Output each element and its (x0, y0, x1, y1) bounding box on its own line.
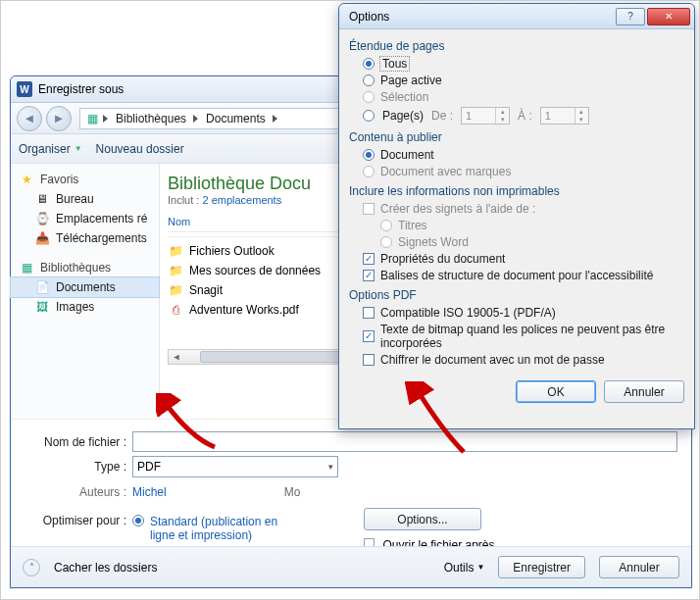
chevron-right-icon (272, 115, 279, 123)
group-nonprinting: Inclure les informations non imprimables (349, 184, 684, 198)
group-pdf-options: Options PDF (349, 288, 684, 302)
save-title: Enregistrer sous (38, 82, 124, 96)
options-title: Options (349, 10, 389, 24)
organize-label: Organiser (19, 142, 71, 156)
options-button[interactable]: Options... (364, 508, 481, 530)
filename-label: Nom de fichier : (25, 435, 132, 449)
hide-folders-link[interactable]: Cacher les dossiers (54, 561, 157, 575)
radio-icon (380, 220, 392, 231)
new-folder-button[interactable]: Nouveau dossier (96, 142, 184, 156)
sidebar-item-downloads[interactable]: 📥 Téléchargements (11, 228, 159, 248)
images-icon: 🖼 (34, 299, 50, 315)
filename-input[interactable] (132, 431, 677, 452)
check-properties[interactable]: Propriétés du document (363, 252, 684, 266)
sidebar-item-images[interactable]: 🖼 Images (11, 297, 159, 317)
check-structure-tags[interactable]: Balises de structure de document pour l'… (363, 269, 684, 282)
radio-pages[interactable]: Page(s) De : ▴▾ À : ▴▾ (363, 107, 684, 125)
scroll-left-icon[interactable]: ◄ (169, 352, 184, 362)
library-icon: ▦ (84, 111, 100, 126)
locations-link[interactable]: 2 emplacements (202, 194, 281, 206)
options-dialog: Options ? ✕ Étendue de pages Tous Page a… (338, 3, 695, 429)
check-bookmarks: Créer des signets à l'aide de : (363, 202, 684, 216)
check-bitmap-text[interactable]: Texte de bitmap quand les polices ne peu… (363, 323, 684, 350)
from-spinner[interactable]: ▴▾ (461, 107, 510, 125)
footer-row: ˄ Cacher les dossiers Outils ▼ Enregistr… (11, 546, 691, 587)
sidebar-item-documents[interactable]: 📄 Documents (11, 277, 159, 297)
cancel-button[interactable]: Annuler (599, 556, 679, 578)
authors-value[interactable]: Michel (132, 485, 167, 499)
documents-icon: 📄 (34, 279, 50, 295)
sidebar-item-recent[interactable]: ⌚ Emplacements ré (11, 209, 159, 228)
folder-icon: 📁 (168, 243, 183, 259)
group-publish-content: Contenu à publier (349, 130, 684, 144)
sidebar: ★ Favoris 🖥 Bureau ⌚ Emplacements ré 📥 T… (11, 164, 160, 419)
tools-menu[interactable]: Outils ▼ (444, 561, 485, 575)
checkbox-icon (363, 307, 375, 319)
radio-icon (363, 149, 375, 161)
downloads-icon: 📥 (34, 230, 50, 246)
radio-icon (363, 91, 375, 103)
sidebar-item-desktop[interactable]: 🖥 Bureau (11, 189, 159, 209)
collapse-icon[interactable]: ˄ (23, 559, 40, 576)
cancel-button[interactable]: Annuler (604, 380, 684, 403)
radio-markup: Document avec marques (363, 165, 684, 178)
save-button[interactable]: Enregistrer (498, 556, 585, 578)
breadcrumb-item[interactable]: Documents (202, 112, 270, 125)
radio-titles: Titres (363, 219, 684, 232)
checkbox-icon (363, 253, 375, 265)
ok-button[interactable]: OK (516, 380, 596, 403)
type-dropdown[interactable]: PDF ▾ (132, 456, 338, 477)
help-button[interactable]: ? (616, 8, 645, 25)
sidebar-favorites-header[interactable]: ★ Favoris (11, 170, 159, 189)
check-iso[interactable]: Compatible ISO 19005-1 (PDF/A) (363, 306, 684, 320)
sidebar-libraries-header[interactable]: ▦ Bibliothèques (11, 258, 159, 277)
radio-icon (380, 236, 392, 248)
checkbox-icon (363, 270, 375, 281)
nav-forward-button[interactable]: ► (46, 106, 72, 131)
checkbox-icon (363, 330, 375, 342)
radio-icon (363, 75, 375, 86)
radio-icon (132, 515, 144, 526)
chevron-right-icon (192, 115, 200, 123)
chevron-down-icon: ▼ (75, 144, 82, 153)
folder-icon: 📁 (168, 282, 183, 298)
optimise-label: Optimiser pour : (25, 513, 132, 527)
word-icon: W (17, 81, 32, 97)
pdf-icon: ⎙ (168, 302, 183, 318)
star-icon: ★ (19, 172, 34, 187)
desktop-icon: 🖥 (34, 191, 50, 207)
libraries-label: Bibliothèques (40, 261, 111, 275)
radio-all[interactable]: Tous (363, 57, 684, 71)
radio-icon (363, 58, 375, 70)
radio-word-bookmarks: Signets Word (363, 235, 684, 249)
close-button[interactable]: ✕ (647, 8, 690, 25)
chevron-down-icon: ▾ (328, 462, 333, 472)
options-titlebar[interactable]: Options ? ✕ (339, 4, 694, 29)
type-label: Type : (25, 460, 132, 474)
type-value: PDF (137, 460, 161, 474)
checkbox-icon (363, 203, 375, 215)
keywords-label: Mo (284, 485, 301, 499)
breadcrumb-item[interactable]: Bibliothèques (112, 112, 190, 125)
organize-menu[interactable]: Organiser ▼ (19, 142, 82, 156)
checkbox-icon (363, 354, 375, 366)
radio-current-page[interactable]: Page active (363, 74, 684, 87)
group-page-range: Étendue de pages (349, 39, 684, 53)
to-spinner[interactable]: ▴▾ (540, 107, 589, 125)
nav-back-button[interactable]: ◄ (17, 106, 42, 131)
recent-icon: ⌚ (34, 211, 50, 226)
authors-label: Auteurs : (25, 485, 132, 499)
check-encrypt[interactable]: Chiffrer le document avec un mot de pass… (363, 353, 684, 367)
library-icon: ▦ (19, 260, 34, 275)
folder-icon: 📁 (168, 263, 183, 278)
radio-icon (363, 110, 375, 122)
chevron-down-icon: ▼ (476, 563, 484, 572)
radio-document[interactable]: Document (363, 148, 684, 162)
favorites-label: Favoris (40, 173, 78, 186)
radio-icon (363, 166, 375, 177)
chevron-right-icon (102, 115, 110, 123)
optimise-radio-standard[interactable]: Standard (publication en ligne et impres… (132, 515, 297, 542)
radio-selection: Sélection (363, 90, 684, 104)
